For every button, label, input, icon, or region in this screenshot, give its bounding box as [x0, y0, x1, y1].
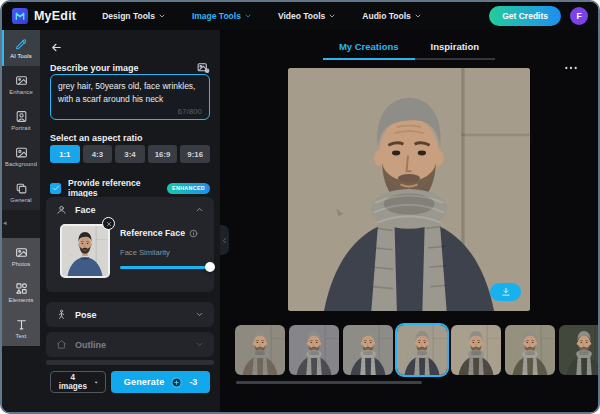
outline-icon	[56, 339, 67, 350]
chevron-down-icon	[158, 12, 166, 20]
face-similarity-label: Face Similarity	[120, 248, 170, 257]
thumbnail-6[interactable]	[505, 325, 555, 375]
nav-item-video-tools[interactable]: Video Tools	[278, 11, 336, 21]
images-count-dropdown[interactable]: 4 images	[50, 371, 106, 393]
nav-item-label: Video Tools	[278, 11, 325, 21]
sidebar-ai-group: AI ToolsEnhancePortraitBackgroundGeneral	[2, 30, 40, 210]
sidebar-item-label: Background	[5, 161, 37, 167]
face-section-header[interactable]: Face	[46, 197, 214, 222]
avatar[interactable]: F	[570, 7, 588, 25]
info-icon[interactable]	[189, 229, 198, 238]
slider-fill	[120, 266, 210, 269]
thumbnails-scrollbar[interactable]	[236, 381, 422, 384]
generator-panel: Describe your image grey hair, 50years o…	[40, 30, 220, 412]
aspect-option-1-1[interactable]: 1:1	[50, 145, 80, 163]
app-window: MyEdit Design ToolsImage ToolsVideo Tool…	[0, 0, 600, 414]
thumbnail-4[interactable]	[397, 325, 447, 375]
sidebar-item-label: Elements	[9, 297, 34, 303]
nav-item-label: Design Tools	[102, 11, 155, 21]
prompt-box: grey hair, 50years old, face wrinkles, w…	[50, 74, 210, 120]
sidebar-item-label: AI Tools	[10, 53, 31, 59]
sidebar-item-label: Portrait	[11, 125, 30, 131]
outline-section-title: Outline	[75, 340, 187, 350]
reference-face-thumbnail[interactable]	[60, 224, 110, 278]
char-counter: 67/800	[178, 107, 202, 116]
generate-label: Generate	[124, 377, 165, 387]
nav-item-design-tools[interactable]: Design Tools	[102, 11, 166, 21]
reference-checkbox[interactable]	[50, 183, 61, 194]
face-similarity-slider[interactable]	[120, 262, 210, 272]
images-count-label: 4 images	[57, 373, 89, 391]
aspect-option-4-3[interactable]: 4:3	[83, 145, 113, 163]
nav-item-label: Image Tools	[192, 11, 241, 21]
aspect-ratio-options: 1:14:33:416:99:16	[50, 145, 210, 163]
chevron-down-icon	[195, 310, 204, 319]
pose-section-header[interactable]: Pose	[46, 302, 214, 327]
sidebar-item-label: Enhance	[9, 89, 33, 95]
tab-my-creations[interactable]: My Creations	[323, 37, 415, 60]
chevron-left-icon	[221, 237, 228, 244]
coin-icon	[171, 377, 182, 388]
sidebar-item-ai-tools[interactable]: AI Tools	[2, 30, 40, 66]
sidebar-divider: ◂	[2, 210, 40, 238]
chevron-down-icon	[195, 340, 204, 349]
chevron-up-icon	[195, 205, 204, 214]
portrait-icon	[15, 110, 28, 123]
creations-area: My CreationsInspiration	[220, 30, 598, 412]
thumbnail-7[interactable]	[559, 325, 598, 375]
aspect-ratio-label: Select an aspect ratio	[50, 133, 143, 143]
myedit-logo[interactable]: MyEdit	[12, 8, 76, 24]
general-icon	[15, 182, 28, 195]
download-icon	[501, 287, 511, 297]
back-button[interactable]	[50, 41, 63, 54]
aspect-option-16-9[interactable]: 16:9	[148, 145, 178, 163]
describe-label: Describe your image	[50, 63, 139, 73]
main-nav: Design ToolsImage ToolsVideo ToolsAudio …	[102, 11, 422, 21]
slider-knob[interactable]	[205, 262, 215, 272]
image-reference-icon[interactable]	[196, 61, 210, 74]
sidebar-item-label: Photos	[12, 261, 31, 267]
enhanced-badge: ENHANCED	[167, 183, 210, 194]
credit-cost: -3	[189, 377, 197, 387]
sidebar-item-enhance[interactable]: Enhance	[2, 66, 40, 102]
generated-image[interactable]	[288, 68, 530, 311]
top-navbar: MyEdit Design ToolsImage ToolsVideo Tool…	[2, 2, 598, 30]
nav-item-image-tools[interactable]: Image Tools	[192, 11, 252, 21]
creations-tabs: My CreationsInspiration	[220, 37, 598, 60]
thumbnail-1[interactable]	[235, 325, 285, 375]
myedit-logo-text: MyEdit	[34, 9, 76, 23]
generate-button[interactable]: Generate -3	[111, 371, 210, 393]
sidebar-item-elements[interactable]: Elements	[2, 274, 40, 310]
panel-scrollbar[interactable]	[46, 360, 214, 365]
face-icon	[56, 204, 67, 215]
get-credits-button[interactable]: Get Credits	[489, 6, 561, 26]
photos-icon	[15, 246, 28, 259]
panel-collapse-handle[interactable]	[220, 225, 229, 255]
header-right: Get Credits F	[489, 6, 588, 26]
thumbnail-3[interactable]	[343, 325, 393, 375]
sidebar-item-photos[interactable]: Photos	[2, 238, 40, 274]
sidebar-item-text[interactable]: Text	[2, 310, 40, 346]
tab-inspiration[interactable]: Inspiration	[415, 37, 496, 60]
chevron-down-icon	[244, 12, 252, 20]
aspect-option-9-16[interactable]: 9:16	[180, 145, 210, 163]
close-icon	[106, 221, 112, 227]
pose-section: Pose	[46, 302, 214, 327]
download-button[interactable]	[490, 283, 521, 301]
nav-item-audio-tools[interactable]: Audio Tools	[362, 11, 421, 21]
sidebar-item-background[interactable]: Background	[2, 138, 40, 174]
outline-section: Outline	[46, 332, 214, 357]
outline-section-header[interactable]: Outline	[46, 332, 214, 357]
more-options-button[interactable]	[564, 63, 578, 73]
thumbnail-2[interactable]	[289, 325, 339, 375]
sidebar-item-general[interactable]: General	[2, 174, 40, 210]
sidebar-collapse-marker[interactable]: ◂	[3, 219, 7, 227]
chevron-down-icon	[414, 12, 422, 20]
aspect-option-3-4[interactable]: 3:4	[115, 145, 145, 163]
remove-reference-button[interactable]	[102, 217, 115, 230]
myedit-logo-icon	[12, 8, 28, 24]
sidebar-item-portrait[interactable]: Portrait	[2, 102, 40, 138]
tools-sidebar: AI ToolsEnhancePortraitBackgroundGeneral…	[2, 30, 40, 412]
chevron-down-icon	[93, 379, 99, 386]
thumbnail-5[interactable]	[451, 325, 501, 375]
